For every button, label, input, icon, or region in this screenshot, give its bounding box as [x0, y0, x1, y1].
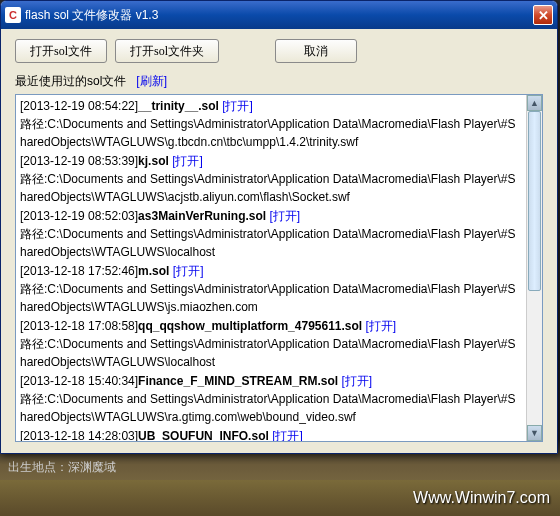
file-name: qq_qqshow_multiplatform_4795611.sol [138, 319, 362, 333]
file-name: __trinity__.sol [138, 99, 219, 113]
timestamp: [2013-12-18 17:52:46] [20, 264, 138, 278]
list-item-head: [2013-12-18 15:40:34]Finance_F_MIND_STRE… [20, 372, 522, 390]
open-link[interactable]: [打开] [222, 99, 253, 113]
timestamp: [2013-12-18 17:08:58] [20, 319, 138, 333]
file-path: 路径:C:\Documents and Settings\Administrat… [20, 115, 522, 151]
bg-bottom-bar: Www.Winwin7.com [0, 480, 560, 516]
open-link[interactable]: [打开] [173, 264, 204, 278]
client-area: 打开sol文件 打开sol文件夹 取消 最近使用过的sol文件 [刷新] [20… [1, 29, 557, 452]
open-link[interactable]: [打开] [366, 319, 397, 333]
list-item-head: [2013-12-18 17:52:46]m.sol [打开] [20, 262, 522, 280]
file-name: as3MainVerRuning.sol [138, 209, 266, 223]
list-item-head: [2013-12-18 14:28:03]UB_SOUFUN_INFO.sol … [20, 427, 522, 441]
file-name: m.sol [138, 264, 169, 278]
list-item: [2013-12-19 08:52:03]as3MainVerRuning.so… [20, 207, 522, 261]
recent-list-box: [2013-12-19 08:54:22]__trinity__.sol [打开… [15, 94, 543, 442]
refresh-link[interactable]: [刷新] [136, 74, 167, 88]
open-sol-folder-button[interactable]: 打开sol文件夹 [115, 39, 219, 63]
close-button[interactable]: ✕ [533, 5, 553, 25]
timestamp: [2013-12-18 15:40:34] [20, 374, 138, 388]
recent-list-content: [2013-12-19 08:54:22]__trinity__.sol [打开… [16, 95, 526, 441]
list-item: [2013-12-18 17:08:58]qq_qqshow_multiplat… [20, 317, 522, 371]
list-item: [2013-12-18 14:28:03]UB_SOUFUN_INFO.sol … [20, 427, 522, 441]
list-item-head: [2013-12-19 08:53:39]kj.sol [打开] [20, 152, 522, 170]
list-item: [2013-12-19 08:54:22]__trinity__.sol [打开… [20, 97, 522, 151]
list-item-head: [2013-12-19 08:54:22]__trinity__.sol [打开… [20, 97, 522, 115]
scroll-thumb[interactable] [528, 111, 541, 291]
file-name: kj.sol [138, 154, 169, 168]
file-path: 路径:C:\Documents and Settings\Administrat… [20, 280, 522, 316]
close-icon: ✕ [538, 8, 549, 23]
list-item: [2013-12-18 15:40:34]Finance_F_MIND_STRE… [20, 372, 522, 426]
window-title: flash sol 文件修改器 v1.3 [25, 7, 533, 24]
file-name: Finance_F_MIND_STREAM_RM.sol [138, 374, 338, 388]
list-item-head: [2013-12-18 17:08:58]qq_qqshow_multiplat… [20, 317, 522, 335]
timestamp: [2013-12-19 08:54:22] [20, 99, 138, 113]
app-window: C flash sol 文件修改器 v1.3 ✕ 打开sol文件 打开sol文件… [0, 0, 558, 454]
open-sol-file-button[interactable]: 打开sol文件 [15, 39, 107, 63]
open-link[interactable]: [打开] [342, 374, 373, 388]
scroll-down-button[interactable]: ▼ [527, 425, 542, 441]
list-item: [2013-12-19 08:53:39]kj.sol [打开]路径:C:\Do… [20, 152, 522, 206]
bg-url-text: Www.Winwin7.com [413, 489, 550, 507]
timestamp: [2013-12-18 14:28:03] [20, 429, 138, 441]
list-item: [2013-12-18 17:52:46]m.sol [打开]路径:C:\Doc… [20, 262, 522, 316]
timestamp: [2013-12-19 08:53:39] [20, 154, 138, 168]
file-path: 路径:C:\Documents and Settings\Administrat… [20, 170, 522, 206]
app-icon: C [5, 7, 21, 23]
open-link[interactable]: [打开] [172, 154, 203, 168]
open-link[interactable]: [打开] [270, 209, 301, 223]
button-row: 打开sol文件 打开sol文件夹 取消 [15, 39, 543, 63]
scrollbar[interactable]: ▲ ▼ [526, 95, 542, 441]
cancel-button[interactable]: 取消 [275, 39, 357, 63]
file-path: 路径:C:\Documents and Settings\Administrat… [20, 225, 522, 261]
file-path: 路径:C:\Documents and Settings\Administrat… [20, 390, 522, 426]
file-name: UB_SOUFUN_INFO.sol [138, 429, 269, 441]
timestamp: [2013-12-19 08:52:03] [20, 209, 138, 223]
list-item-head: [2013-12-19 08:52:03]as3MainVerRuning.so… [20, 207, 522, 225]
recent-label-text: 最近使用过的sol文件 [15, 74, 126, 88]
scroll-up-button[interactable]: ▲ [527, 95, 542, 111]
open-link[interactable]: [打开] [272, 429, 303, 441]
titlebar[interactable]: C flash sol 文件修改器 v1.3 ✕ [1, 1, 557, 29]
bg-location-text: 出生地点：深渊魔域 [8, 459, 116, 476]
file-path: 路径:C:\Documents and Settings\Administrat… [20, 335, 522, 371]
recent-files-label: 最近使用过的sol文件 [刷新] [15, 73, 543, 90]
